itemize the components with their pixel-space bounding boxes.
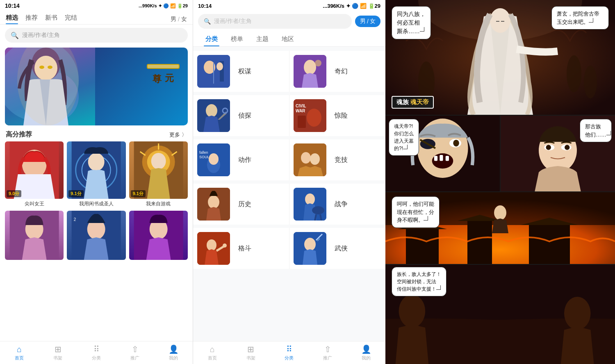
- cat-item-lishi[interactable]: 历史: [193, 184, 289, 225]
- svg-point-44: [209, 153, 219, 165]
- svg-point-58: [223, 243, 227, 248]
- cat-nav-promote-label: 推广: [323, 355, 332, 361]
- gender-toggle-home[interactable]: 男 / 女: [171, 16, 187, 23]
- section-title-home: 高分推荐: [6, 130, 32, 139]
- cat-thumb-jingji: [294, 143, 326, 176]
- nav-home[interactable]: ⌂ 首页: [0, 345, 39, 361]
- cat-nav-mine[interactable]: 👤 我的: [347, 344, 385, 361]
- bottom-nav-home: ⌂ 首页 ⊞ 书架 ⠿ 分类 ⇧ 推广 👤 我的: [0, 341, 193, 364]
- cat-search-box[interactable]: 🔍 漫画/作者/主角: [198, 14, 352, 29]
- svg-point-80: [453, 140, 459, 147]
- svg-point-3: [34, 56, 57, 80]
- speech-bubble-1b: 萧玄，把陀舍古帝玉交出来吧。: [551, 6, 609, 30]
- svg-point-2: [32, 48, 60, 80]
- tab-wanjie[interactable]: 完结: [65, 14, 77, 24]
- svg-point-92: [494, 205, 506, 220]
- nav-promote[interactable]: ⇧ 推广: [116, 344, 154, 361]
- cat-search-icon: 🔍: [204, 18, 211, 25]
- cat-mine-icon: 👤: [361, 344, 371, 354]
- cat-nav-shelf-label: 书架: [246, 355, 255, 361]
- cat-tab-fenlei[interactable]: 分类: [199, 31, 224, 46]
- nav-category-home[interactable]: ⠿ 分类: [77, 344, 116, 361]
- svg-point-67: [584, 66, 597, 98]
- manga-art-6: [129, 211, 188, 260]
- home-tab-nav: 精选 推荐 新书 完结 男 / 女: [0, 11, 193, 25]
- category-icon-home: ⠿: [93, 344, 100, 354]
- cat-thumb-qihuan: [294, 55, 326, 88]
- cat-name-lishi: 历史: [238, 200, 251, 209]
- cat-item-wuxia[interactable]: 武侠: [289, 228, 385, 269]
- cat-name-qihuan: 奇幻: [335, 67, 348, 76]
- cat-tab-zhuti[interactable]: 主题: [250, 31, 275, 46]
- svg-point-5: [48, 66, 52, 69]
- nav-mine[interactable]: 👤 我的: [154, 344, 193, 361]
- svg-rect-90: [467, 221, 492, 264]
- cat-row-pair-5: 格斗 武侠: [193, 228, 385, 269]
- svg-point-68: [490, 8, 510, 33]
- section-more-home[interactable]: 更多 〉: [169, 131, 187, 139]
- tab-jingxuan[interactable]: 精选: [6, 14, 18, 24]
- cat-thumb-wuxia: [294, 232, 326, 265]
- cat-search-row: 🔍 漫画/作者/主角 男 / 女: [193, 11, 385, 31]
- manga-card-1[interactable]: 9.0分 尖叫女王: [5, 141, 64, 207]
- cat-gender-btn[interactable]: 男 / 女: [355, 16, 380, 27]
- category-panel: 10:14 ...396K/s ✦ 🔵 📶 🔋29 🔍 漫画/作者/主角 男 /…: [193, 0, 385, 364]
- comic-panel-2a: 魂天帝?! 你们怎么 进入天墓 的?!: [385, 116, 500, 191]
- nav-mine-label: 我的: [169, 355, 178, 361]
- svg-point-52: [312, 206, 324, 214]
- status-time-cat: 10:14: [198, 3, 212, 9]
- cat-nav-promote[interactable]: ⇧ 推广: [308, 344, 347, 361]
- shelf-icon: ⊞: [55, 344, 61, 354]
- tab-xinshu[interactable]: 新书: [45, 14, 57, 24]
- cat-thumb-gedou: [197, 232, 230, 265]
- cat-tab-diqu[interactable]: 地区: [275, 31, 301, 46]
- cat-promote-icon: ⇧: [324, 344, 331, 354]
- search-placeholder-home: 漫画/作者/主角: [22, 32, 60, 39]
- manga-cover-4: [5, 211, 64, 260]
- status-bar-cat: 10:14 ...396K/s ✦ 🔵 📶 🔋29: [193, 0, 385, 11]
- cat-nav-cat[interactable]: ⠿ 分类: [270, 344, 309, 361]
- nav-shelf[interactable]: ⊞ 书架: [39, 344, 77, 361]
- cat-divider: /: [367, 18, 369, 25]
- manga-cover-2: 9.1分: [67, 141, 125, 199]
- cat-row-pair-4: 历史 战争: [193, 184, 385, 225]
- cat-nav-home[interactable]: ⌂ 首页: [193, 345, 232, 361]
- nav-home-label: 首页: [15, 355, 24, 361]
- svg-point-60: [304, 238, 316, 251]
- manga-card-5[interactable]: 2: [67, 211, 125, 260]
- banner-home[interactable]: 魂族 元尊: [5, 48, 188, 125]
- cat-name-dongzuo: 动作: [238, 156, 251, 164]
- manga-card-3[interactable]: 9.1分 我来自游戏: [129, 141, 188, 207]
- cat-item-qihuan[interactable]: 奇幻: [289, 51, 385, 92]
- search-bar-home[interactable]: 🔍 漫画/作者/主角: [5, 28, 188, 43]
- manga-cover-1: 9.0分: [5, 141, 64, 199]
- svg-point-56: [207, 239, 216, 251]
- svg-point-49: [208, 196, 219, 209]
- manga-card-2[interactable]: 9.1分 我用闲书成圣人: [67, 141, 125, 207]
- manga-card-4[interactable]: [5, 211, 64, 260]
- manga-cover-3: 9.1分: [129, 141, 188, 199]
- cat-item-zhentan[interactable]: 侦探: [193, 95, 289, 136]
- manga-art-4: [5, 211, 64, 260]
- home-icon: ⌂: [17, 345, 22, 354]
- reader-page[interactable]: 同为八族， 何必互相 厮杀…… 萧玄，把陀舍古帝玉交出来吧。 魂族 魂天帝: [385, 0, 615, 364]
- cat-item-jingxian[interactable]: CIVIL WAR 惊险: [289, 95, 385, 136]
- status-icons-cat: ...396K/s ✦ 🔵 📶 🔋29: [323, 3, 380, 9]
- cat-item-quanmou[interactable]: 权谋: [193, 51, 289, 92]
- home-panel: 10:14 ...990K/s ✦ 🔵 📶 🔋29 精选 推荐 新书 完结 男 …: [0, 0, 193, 364]
- speech-bubble-4: 族长，敌人太多了！ 空间被封锁，无法 传信叫族中支援！: [392, 267, 446, 296]
- cat-item-zhanzheng[interactable]: 战争: [289, 184, 385, 225]
- cat-name-jingji: 竞技: [335, 156, 348, 164]
- cat-item-dongzuo[interactable]: fallen SOUL 动作: [193, 139, 289, 180]
- bottom-nav-cat: ⌂ 首页 ⊞ 书架 ⠿ 分类 ⇧ 推广 👤 我的: [193, 341, 385, 364]
- cat-shelf-icon: ⊞: [247, 344, 254, 354]
- manga-card-6[interactable]: [129, 211, 188, 260]
- svg-point-84: [546, 145, 551, 150]
- cat-item-jingji[interactable]: 竞技: [289, 139, 385, 180]
- cat-tab-bangdan[interactable]: 榜单: [224, 31, 250, 46]
- tab-tuijian[interactable]: 推荐: [25, 14, 38, 24]
- cat-nav-shelf[interactable]: ⊞ 书架: [232, 344, 270, 361]
- cat-row-pair-2: 侦探 CIVIL WAR 惊险: [193, 95, 385, 136]
- cat-item-gedou[interactable]: 格斗: [193, 228, 289, 269]
- cat-name-gedou: 格斗: [238, 244, 251, 253]
